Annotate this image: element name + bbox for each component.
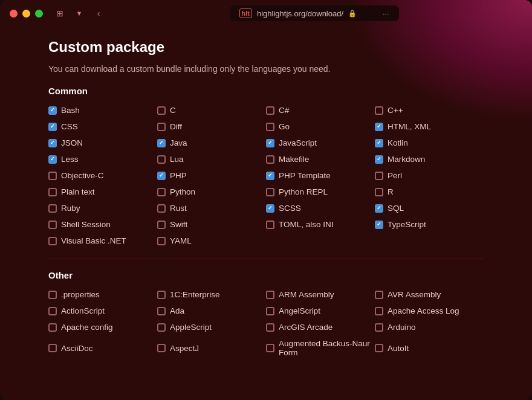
checkbox[interactable] [157,172,166,180]
checkbox[interactable] [48,172,57,180]
checkbox[interactable] [48,344,57,352]
list-item[interactable]: AsciiDoc [48,338,157,358]
checkbox[interactable] [266,291,274,299]
list-item[interactable]: PHP [157,170,266,181]
checkbox[interactable] [48,221,57,229]
checkbox[interactable] [375,172,383,180]
list-item[interactable]: Plain text [48,186,157,198]
list-item[interactable]: Augmented Backus-Naur Form [266,338,375,358]
list-item[interactable]: .properties [48,289,157,300]
list-item[interactable]: AutoIt [375,338,484,358]
checkbox[interactable] [266,106,274,115]
list-item[interactable]: 1C:Enterprise [157,289,266,300]
list-item[interactable]: ActionScript [48,305,157,317]
list-item[interactable]: Makefile [266,153,375,165]
list-item[interactable]: TypeScript [375,219,484,230]
checkbox[interactable] [157,106,166,115]
list-item[interactable]: Java [157,137,266,149]
checkbox[interactable] [157,221,166,229]
checkbox[interactable] [375,344,383,352]
sidebar-toggle-icon[interactable]: ⊞ [53,6,67,21]
checkbox[interactable] [375,291,383,299]
list-item[interactable]: Perl [375,170,484,181]
list-item[interactable]: SCSS [266,202,375,214]
chevron-down-icon[interactable]: ▼ [72,6,86,21]
checkbox[interactable] [266,323,274,332]
list-item[interactable]: ARM Assembly [266,289,375,300]
checkbox[interactable] [157,139,166,147]
checkbox[interactable] [48,291,57,299]
checkbox[interactable] [48,237,57,245]
checkbox[interactable] [48,204,57,213]
checkbox[interactable] [157,344,166,352]
list-item[interactable]: AspectJ [157,338,266,358]
checkbox[interactable] [375,221,383,229]
checkbox[interactable] [266,172,274,180]
list-item[interactable]: Apache config [48,321,157,333]
list-item[interactable]: AppleScript [157,321,266,333]
checkbox[interactable] [157,188,166,196]
close-button[interactable] [10,10,18,18]
list-item[interactable]: Diff [157,121,266,132]
list-item[interactable]: Bash [48,105,157,116]
checkbox[interactable] [157,307,166,315]
checkbox[interactable] [375,204,383,213]
checkbox[interactable] [266,155,274,164]
list-item[interactable]: Objective-C [48,170,157,181]
list-item[interactable]: Swift [157,219,266,230]
checkbox[interactable] [157,204,166,213]
list-item[interactable]: Arduino [375,321,484,333]
checkbox[interactable] [266,204,274,213]
list-item[interactable]: Python REPL [266,186,375,198]
address-bar[interactable]: hlt highlightjs.org/download/ 🔒 ··· [230,5,399,21]
list-item[interactable]: Apache Access Log [375,305,484,317]
list-item[interactable]: ArcGIS Arcade [266,321,375,333]
list-item[interactable]: JSON [48,137,157,149]
checkbox[interactable] [157,155,166,164]
checkbox[interactable] [266,139,274,147]
checkbox[interactable] [157,291,166,299]
list-item[interactable]: JavaScript [266,137,375,149]
checkbox[interactable] [266,188,274,196]
list-item[interactable]: Less [48,153,157,165]
list-item[interactable]: Ada [157,305,266,317]
checkbox[interactable] [48,139,57,147]
list-item[interactable]: Visual Basic .NET [48,235,157,247]
list-item[interactable]: Lua [157,153,266,165]
more-icon[interactable]: ··· [383,9,389,18]
checkbox[interactable] [375,323,383,332]
checkbox[interactable] [375,106,383,115]
list-item[interactable]: Rust [157,202,266,214]
checkbox[interactable] [48,323,57,332]
checkbox[interactable] [375,188,383,196]
checkbox[interactable] [266,123,274,131]
list-item[interactable]: SQL [375,202,484,214]
list-item[interactable]: TOML, also INI [266,219,375,230]
list-item[interactable]: Markdown [375,153,484,165]
list-item[interactable]: YAML [157,235,266,247]
checkbox[interactable] [48,106,57,115]
list-item[interactable]: Shell Session [48,219,157,230]
checkbox[interactable] [266,221,274,229]
checkbox[interactable] [375,307,383,315]
list-item[interactable]: C++ [375,105,484,116]
checkbox[interactable] [48,155,57,164]
checkbox[interactable] [375,139,383,147]
maximize-button[interactable] [35,10,43,18]
list-item[interactable]: Kotlin [375,137,484,149]
checkbox[interactable] [48,307,57,315]
checkbox[interactable] [266,344,274,352]
list-item[interactable]: C [157,105,266,116]
checkbox[interactable] [375,123,383,131]
checkbox[interactable] [266,307,274,315]
list-item[interactable]: Go [266,121,375,132]
checkbox[interactable] [157,237,166,245]
list-item[interactable]: C# [266,105,375,116]
list-item[interactable]: PHP Template [266,170,375,181]
checkbox[interactable] [157,323,166,332]
checkbox[interactable] [48,123,57,131]
checkbox[interactable] [48,188,57,196]
back-icon[interactable]: ‹ [91,6,106,21]
list-item[interactable]: Ruby [48,202,157,214]
list-item[interactable]: AVR Assembly [375,289,484,300]
